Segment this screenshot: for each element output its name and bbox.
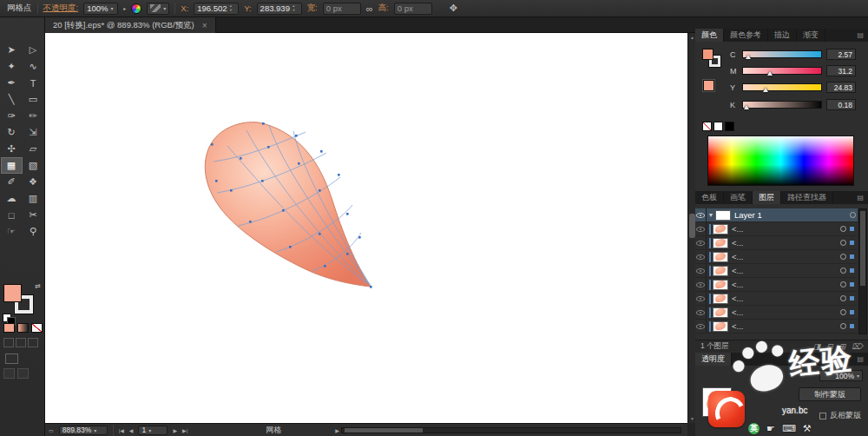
invert-mask-checkbox[interactable] [819, 413, 826, 419]
target-circle-icon[interactable] [840, 323, 846, 329]
draw-behind-button[interactable] [16, 338, 26, 347]
ime-keyboard-icon[interactable]: ⌨ [782, 423, 796, 434]
pencil-tool[interactable]: ✏ [23, 108, 44, 124]
rotate-tool[interactable]: ↻ [1, 124, 23, 141]
options-button[interactable] [17, 368, 29, 379]
paintbrush-tool[interactable]: ✑ [1, 108, 23, 124]
chevron-down-icon[interactable]: ▾ [110, 5, 113, 11]
scrollbar-thumb[interactable] [689, 214, 695, 238]
fill-swatch[interactable] [3, 284, 22, 302]
ime-tools-icon[interactable]: ⚒ [803, 423, 812, 434]
visibility-toggle[interactable] [695, 320, 707, 333]
y-field[interactable]: 283.939 ▴▾ [257, 3, 302, 15]
zoom-tool[interactable]: ⚲ [23, 223, 44, 240]
stepper-icon[interactable]: ▴▾ [229, 4, 231, 12]
scrollbar-thumb[interactable] [860, 211, 865, 286]
selection-tool[interactable]: ➤ [1, 42, 23, 58]
target-circle-icon[interactable] [840, 226, 846, 232]
gradient-tool[interactable]: ▧ [23, 157, 44, 174]
make-clipping-mask-icon[interactable]: ◨ [813, 342, 821, 351]
none-mode-button[interactable] [31, 323, 43, 333]
sublayer-label[interactable]: <... [732, 266, 743, 275]
close-icon[interactable]: × [202, 21, 207, 30]
fill-stroke-mini[interactable] [702, 49, 725, 71]
artboard-tool[interactable]: □ [1, 207, 23, 223]
zoom-field[interactable]: 889.83% ▾ [59, 426, 108, 435]
pen-tool[interactable]: ✒ [1, 75, 23, 91]
disclosure-icon[interactable]: ▼ [707, 212, 715, 218]
link-dimensions-icon[interactable]: ∞ [366, 3, 373, 14]
transparency-opacity-field[interactable]: 100% ▾ [819, 370, 863, 381]
visibility-toggle[interactable] [695, 250, 707, 263]
opacity-field[interactable]: 100% ▾ [83, 3, 118, 15]
symbol-sprayer-tool[interactable]: ☁ [1, 190, 23, 207]
new-sublayer-icon[interactable]: ⊟ [826, 342, 833, 351]
mesh-shape[interactable] [45, 33, 687, 423]
style-dropdown[interactable]: ▾ [147, 3, 169, 15]
visibility-toggle[interactable] [695, 264, 707, 277]
free-transform-tool[interactable]: ▱ [23, 141, 44, 157]
x-field[interactable]: 196.502 ▴▾ [194, 3, 239, 15]
panel-tab[interactable]: 色板 [695, 191, 724, 204]
delete-layer-icon[interactable]: ⌦ [852, 342, 863, 351]
target-circle-icon[interactable] [850, 212, 856, 218]
panel-tab[interactable]: 路径查找器 [781, 191, 833, 204]
draw-inside-button[interactable] [28, 338, 38, 347]
eyedropper-tool[interactable]: ✐ [1, 174, 23, 190]
visibility-toggle[interactable] [695, 236, 707, 249]
magic-wand-tool[interactable]: ✦ [1, 58, 23, 75]
yellow-value-field[interactable]: 24.83 [826, 82, 856, 93]
next-artboard-icon[interactable]: ▶ [173, 427, 177, 433]
magenta-slider[interactable] [742, 67, 822, 75]
panel-tab[interactable]: 画笔 [724, 191, 753, 204]
black-value-field[interactable]: 0.18 [826, 99, 856, 110]
chevron-down-icon[interactable]: ▾ [163, 5, 166, 11]
opacity-link[interactable]: 不透明度: [43, 3, 79, 14]
panel-tab[interactable]: 图层 [753, 191, 781, 204]
sogou-ime-logo[interactable] [708, 391, 745, 427]
type-tool[interactable]: T [23, 75, 44, 91]
scroll-right-icon[interactable]: ▶ [335, 427, 339, 433]
sublayer-row[interactable]: <... [695, 250, 858, 264]
mesh-tool[interactable]: ▦ [1, 157, 23, 174]
scale-tool[interactable]: ⇲ [23, 124, 44, 141]
width-tool[interactable]: ✣ [1, 141, 23, 157]
scrollbar-thumb[interactable] [345, 428, 423, 433]
panel-tab[interactable]: 颜色 [695, 29, 724, 42]
ime-hand-icon[interactable]: ☛ [766, 423, 775, 434]
horizontal-scrollbar[interactable]: ▶ [335, 427, 684, 433]
none-swatch[interactable] [702, 122, 712, 131]
white-swatch[interactable] [713, 122, 723, 131]
sublayer-label[interactable]: <... [732, 252, 743, 261]
target-circle-icon[interactable] [840, 268, 846, 274]
ime-language-button[interactable]: 英 [748, 423, 760, 434]
direct-selection-tool[interactable]: ▷ [23, 42, 44, 58]
target-circle-icon[interactable] [840, 295, 846, 301]
color-mode-button[interactable] [3, 323, 15, 333]
chevron-down-icon[interactable]: ▾ [94, 427, 96, 433]
panel-tab[interactable]: 渐变 [797, 29, 825, 42]
sublayer-row[interactable]: <... [695, 278, 858, 292]
black-slider[interactable] [742, 101, 822, 109]
collapse-button[interactable] [3, 368, 15, 379]
panel-menu-icon[interactable]: ▤ [852, 191, 868, 204]
gradient-mode-button[interactable] [17, 323, 29, 333]
sublayer-label[interactable]: <... [732, 321, 743, 331]
magenta-value-field[interactable]: 31.2 [826, 65, 856, 76]
visibility-toggle[interactable] [695, 306, 707, 319]
transform-icon[interactable]: ✥ [450, 3, 457, 14]
artboard-canvas[interactable] [45, 33, 687, 423]
sublayer-row[interactable]: <... [695, 236, 858, 250]
lasso-tool[interactable]: ∿ [23, 58, 44, 75]
prev-artboard-icon[interactable]: ◀ [129, 427, 134, 433]
make-mask-button[interactable]: 制作蒙版 [799, 387, 861, 401]
visibility-toggle[interactable] [695, 278, 707, 291]
sublayer-label[interactable]: <... [732, 307, 743, 317]
first-artboard-icon[interactable]: |◀ [119, 427, 124, 433]
draw-normal-button[interactable] [3, 338, 14, 347]
chevron-down-icon[interactable]: ▾ [857, 373, 859, 379]
sublayer-label[interactable]: <... [732, 238, 743, 248]
sublayer-row[interactable]: <... [695, 292, 858, 306]
panel-menu-icon[interactable]: ▤ [852, 29, 868, 42]
sublayer-label[interactable]: <... [732, 294, 743, 303]
